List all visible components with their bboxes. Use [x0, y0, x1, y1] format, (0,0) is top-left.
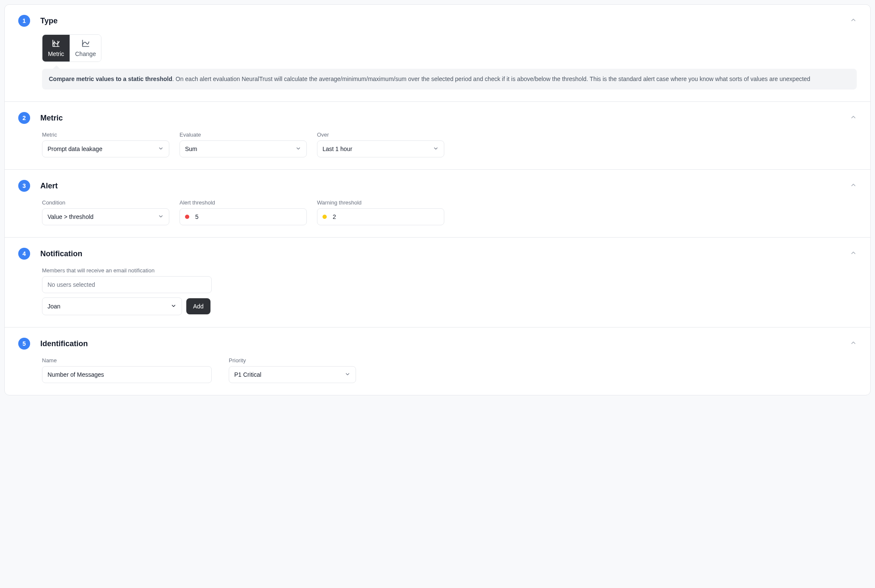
type-tab-metric-label: Metric — [48, 50, 64, 57]
section-alert-header[interactable]: 3 Alert — [18, 180, 857, 192]
field-condition: Condition Value > threshold — [42, 199, 169, 225]
input-name[interactable] — [42, 366, 212, 383]
metric-chart-icon — [51, 39, 61, 49]
type-tabs: Metric Change — [42, 34, 101, 62]
field-metric: Metric Prompt data leakage — [42, 132, 169, 157]
section-notification-header[interactable]: 4 Notification — [18, 248, 857, 260]
type-tab-change-label: Change — [75, 50, 96, 57]
type-info-text: . On each alert evaluation NeuralTrust w… — [172, 76, 810, 82]
section-notification: 4 Notification Members that will receive… — [5, 238, 870, 328]
warning-threshold-value: 2 — [333, 213, 336, 220]
input-warning-threshold[interactable]: 2 — [317, 208, 444, 225]
step-badge-5: 5 — [18, 338, 30, 350]
notification-hint: Members that will receive an email notif… — [42, 267, 857, 274]
select-metric-value: Prompt data leakage — [48, 146, 102, 152]
field-alert-threshold: Alert threshold 5 — [179, 199, 307, 225]
type-info-bold: Compare metric values to a static thresh… — [49, 76, 172, 82]
field-name: Name — [42, 357, 212, 383]
selected-users-box[interactable]: No users selected — [42, 276, 212, 293]
label-over: Over — [317, 132, 444, 138]
type-tab-change[interactable]: Change — [70, 35, 101, 62]
chevron-down-icon — [171, 303, 177, 310]
section-title-identification: Identification — [40, 339, 88, 348]
step-badge-4: 4 — [18, 248, 30, 260]
label-priority: Priority — [229, 357, 356, 364]
chevron-up-icon[interactable] — [850, 17, 857, 25]
change-chart-icon — [81, 39, 90, 49]
select-evaluate[interactable]: Sum — [179, 140, 307, 157]
section-title-metric: Metric — [40, 114, 63, 123]
chevron-down-icon — [433, 146, 439, 153]
select-evaluate-value: Sum — [185, 146, 197, 152]
alert-dot-icon — [185, 215, 189, 219]
select-user[interactable]: Joan — [42, 297, 182, 315]
select-over-value: Last 1 hour — [323, 146, 352, 152]
field-over: Over Last 1 hour — [317, 132, 444, 157]
section-identification-header[interactable]: 5 Identification — [18, 338, 857, 350]
label-metric: Metric — [42, 132, 169, 138]
chevron-down-icon — [158, 213, 164, 221]
selected-users-placeholder: No users selected — [48, 281, 95, 288]
select-metric[interactable]: Prompt data leakage — [42, 140, 169, 157]
section-type-header[interactable]: 1 Type — [18, 15, 857, 27]
input-alert-threshold[interactable]: 5 — [179, 208, 307, 225]
select-condition-value: Value > threshold — [48, 213, 93, 220]
step-badge-2: 2 — [18, 112, 30, 124]
chevron-up-icon[interactable] — [850, 182, 857, 190]
chevron-up-icon[interactable] — [850, 249, 857, 258]
label-condition: Condition — [42, 199, 169, 206]
label-alert-threshold: Alert threshold — [179, 199, 307, 206]
alert-config-card: 1 Type Metric — [4, 4, 871, 395]
section-metric: 2 Metric Metric Prompt data leakage — [5, 102, 870, 170]
chevron-down-icon — [345, 371, 351, 378]
section-alert: 3 Alert Condition Value > threshold — [5, 170, 870, 238]
select-condition[interactable]: Value > threshold — [42, 208, 169, 225]
section-type: 1 Type Metric — [5, 5, 870, 102]
step-badge-1: 1 — [18, 15, 30, 27]
section-title-alert: Alert — [40, 182, 58, 190]
label-evaluate: Evaluate — [179, 132, 307, 138]
chevron-up-icon[interactable] — [850, 114, 857, 122]
warning-dot-icon — [323, 215, 327, 219]
type-info-box: Compare metric values to a static thresh… — [42, 69, 857, 90]
input-name-field[interactable] — [48, 371, 206, 378]
step-badge-3: 3 — [18, 180, 30, 192]
select-priority[interactable]: P1 Critical — [229, 366, 356, 383]
label-name: Name — [42, 357, 212, 364]
select-priority-value: P1 Critical — [234, 371, 261, 378]
select-user-value: Joan — [48, 303, 60, 310]
field-evaluate: Evaluate Sum — [179, 132, 307, 157]
add-user-button[interactable]: Add — [186, 298, 210, 314]
section-identification: 5 Identification Name Priority P1 Critic — [5, 328, 870, 395]
section-metric-header[interactable]: 2 Metric — [18, 112, 857, 124]
section-title-notification: Notification — [40, 249, 82, 258]
type-tab-metric[interactable]: Metric — [42, 35, 70, 62]
chevron-up-icon[interactable] — [850, 339, 857, 348]
chevron-down-icon — [158, 146, 164, 153]
field-warning-threshold: Warning threshold 2 — [317, 199, 444, 225]
label-warning-threshold: Warning threshold — [317, 199, 444, 206]
field-priority: Priority P1 Critical — [229, 357, 356, 383]
select-over[interactable]: Last 1 hour — [317, 140, 444, 157]
alert-threshold-value: 5 — [195, 213, 199, 220]
chevron-down-icon — [295, 146, 301, 153]
section-title-type: Type — [40, 17, 58, 25]
